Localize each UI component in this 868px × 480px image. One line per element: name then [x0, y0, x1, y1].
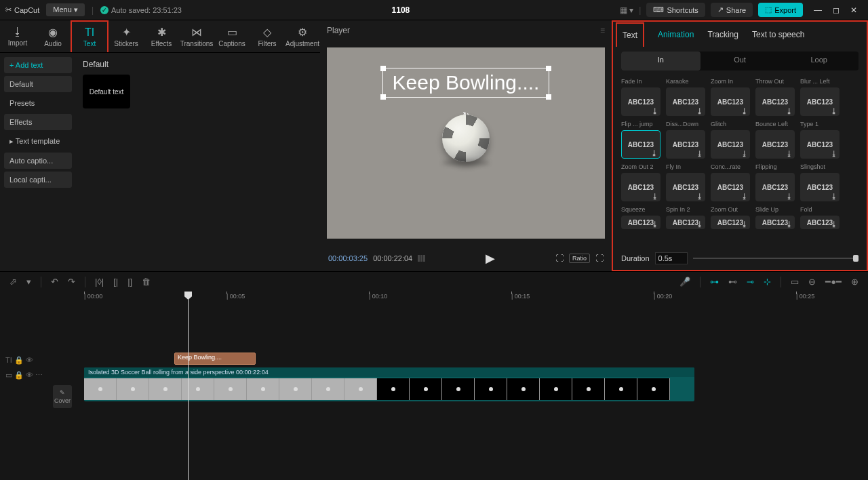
anim-thumb-bounce-left[interactable]: ABC123⭳: [755, 130, 795, 159]
text-track-head[interactable]: TI 🔒 👁: [0, 353, 76, 367]
align-icon[interactable]: ⊹: [764, 277, 771, 287]
zoom-slider[interactable]: ━●━: [825, 277, 842, 287]
share-button[interactable]: ↗ Share: [711, 3, 753, 17]
play-button[interactable]: ▶: [486, 251, 495, 266]
tab-tracking[interactable]: Tracking: [707, 23, 738, 46]
media-tab-import[interactable]: ⭳Import: [0, 20, 35, 52]
sidebar-auto-captions[interactable]: Auto captio...: [4, 153, 72, 169]
subtab-out[interactable]: Out: [701, 52, 780, 71]
download-icon[interactable]: ⭳: [652, 193, 658, 200]
trim-left-icon[interactable]: [|: [113, 277, 118, 287]
playhead[interactable]: [188, 292, 189, 480]
download-icon[interactable]: ⭳: [741, 107, 748, 115]
default-text-card[interactable]: Default text: [83, 75, 130, 108]
anim-thumb-fade-in[interactable]: ABC123⭳: [621, 87, 660, 116]
grid-toggle-icon[interactable]: [418, 255, 425, 262]
duration-slider[interactable]: [693, 258, 859, 259]
media-tab-text[interactable]: TIText: [71, 20, 108, 52]
anim-thumb-flipping[interactable]: ABC123⭳: [755, 173, 795, 201]
shortcuts-button[interactable]: ⌨ Shortcuts: [646, 3, 705, 17]
download-icon[interactable]: ⭳: [741, 220, 748, 228]
download-icon[interactable]: ⭳: [696, 107, 703, 115]
download-icon[interactable]: ⭳: [651, 149, 658, 157]
anim-thumb-slide-up[interactable]: ABC123⭳: [755, 216, 795, 229]
anim-thumb-squeeze[interactable]: ABC123⭳: [621, 216, 660, 229]
sidebar-text-template[interactable]: ▸ Text template: [4, 133, 72, 150]
crop-icon[interactable]: ⛶: [555, 254, 564, 263]
delete-icon[interactable]: 🗑: [142, 277, 151, 287]
media-tab-captions[interactable]: ▭Captions: [214, 20, 250, 52]
anim-thumb-spin-in-2[interactable]: ABC123⭳: [666, 216, 705, 229]
sidebar-presets[interactable]: Presets: [4, 95, 72, 111]
download-icon[interactable]: ⭳: [786, 150, 793, 157]
media-tab-audio[interactable]: ◉Audio: [35, 20, 71, 52]
anim-thumb-karaoke[interactable]: ABC123⭳: [666, 87, 705, 116]
magnet-icon[interactable]: ⊸: [747, 277, 754, 287]
tab-text[interactable]: Text: [616, 22, 644, 47]
layout-icon[interactable]: ▦ ▾: [620, 5, 633, 15]
zoom-in-icon[interactable]: ⊕: [851, 277, 859, 287]
export-button[interactable]: ⬚ Export: [758, 3, 803, 17]
download-icon[interactable]: ⭳: [652, 107, 658, 115]
split-icon[interactable]: |◊|: [95, 277, 104, 287]
download-icon[interactable]: ⭳: [831, 193, 837, 200]
pointer-icon[interactable]: ⬀: [9, 277, 17, 287]
sidebar-local-captions[interactable]: Local capti...: [4, 172, 72, 188]
sidebar-default[interactable]: Default: [4, 76, 72, 92]
anim-thumb-fold[interactable]: ABC123⭳: [800, 216, 840, 229]
anim-thumb-fly-in[interactable]: ABC123⭳: [666, 173, 705, 201]
subtab-in[interactable]: In: [621, 52, 701, 71]
anim-thumb-zoom-out-2[interactable]: ABC123⭳: [621, 173, 660, 201]
video-track-head[interactable]: ▭ 🔒 👁 ⋯: [0, 367, 76, 382]
download-icon[interactable]: ⭳: [831, 150, 837, 157]
add-text-button[interactable]: + Add text: [4, 57, 72, 73]
undo-icon[interactable]: ↶: [51, 277, 58, 287]
download-icon[interactable]: ⭳: [696, 220, 703, 228]
snap-icon[interactable]: ⊶: [710, 277, 719, 287]
anim-thumb-type-1[interactable]: ABC123⭳: [800, 130, 840, 159]
media-tab-filters[interactable]: ◇Filters: [250, 20, 285, 52]
media-tab-effects[interactable]: ✱Effects: [144, 20, 179, 52]
subtab-loop[interactable]: Loop: [779, 52, 859, 71]
anim-thumb-throw-out[interactable]: ABC123⭳: [755, 87, 795, 116]
media-tab-transitions[interactable]: ⋈Transitions: [179, 20, 214, 52]
download-icon[interactable]: ⭳: [696, 193, 703, 200]
trim-right-icon[interactable]: |]: [127, 277, 132, 287]
chevron-down-icon[interactable]: ▾: [26, 277, 31, 287]
mic-icon[interactable]: 🎤: [679, 277, 690, 287]
ratio-button[interactable]: Ratio: [569, 254, 590, 263]
download-icon[interactable]: ⭳: [786, 220, 793, 228]
download-icon[interactable]: ⭳: [831, 220, 837, 228]
zoom-out-icon[interactable]: ⊖: [808, 277, 816, 287]
preview-menu-icon[interactable]: ≡: [600, 26, 605, 35]
text-clip[interactable]: Keep Bowling....: [174, 353, 256, 365]
anim-thumb-zoom-out[interactable]: ABC123⭳: [711, 216, 750, 229]
tab-animation[interactable]: Animation: [658, 23, 694, 46]
text-overlay[interactable]: Keep Bowling.... ↻: [382, 68, 550, 98]
anim-thumb-blur-left[interactable]: ABC123⭳: [800, 87, 840, 116]
redo-icon[interactable]: ↷: [68, 277, 75, 287]
duration-input[interactable]: [655, 252, 688, 264]
anim-thumb-conc-rate[interactable]: ABC123⭳: [711, 173, 750, 201]
download-icon[interactable]: ⭳: [696, 150, 703, 157]
timeline-ruler[interactable]: | 00:00| 00:05| 00:10| 00:15| 00:20| 00:…: [76, 292, 868, 305]
sidebar-effects[interactable]: Effects: [4, 114, 72, 130]
media-tab-adjustment[interactable]: ⚙Adjustment: [285, 20, 320, 52]
anim-thumb-zoom-in[interactable]: ABC123⭳: [711, 87, 750, 116]
download-icon[interactable]: ⭳: [741, 193, 748, 200]
download-icon[interactable]: ⭳: [652, 220, 658, 228]
download-icon[interactable]: ⭳: [831, 107, 837, 115]
download-icon[interactable]: ⭳: [786, 193, 793, 200]
preview-canvas[interactable]: Keep Bowling.... ↻: [327, 47, 605, 239]
window-controls[interactable]: —◻✕: [808, 5, 863, 15]
video-clip[interactable]: Isolated 3D Soccer Ball rolling from a s…: [84, 367, 694, 401]
cover-button[interactable]: ✎Cover: [53, 385, 72, 408]
download-icon[interactable]: ⭳: [786, 107, 793, 115]
link-icon[interactable]: ⊷: [728, 277, 737, 287]
fullscreen-icon[interactable]: ⛶: [595, 254, 604, 263]
menu-button[interactable]: Menu ▾: [46, 3, 85, 16]
preview-icon[interactable]: ▭: [791, 277, 799, 287]
anim-thumb-slingshot[interactable]: ABC123⭳: [800, 173, 840, 201]
anim-thumb-flip-jump[interactable]: ABC123⭳: [621, 130, 660, 159]
download-icon[interactable]: ⭳: [741, 150, 748, 157]
